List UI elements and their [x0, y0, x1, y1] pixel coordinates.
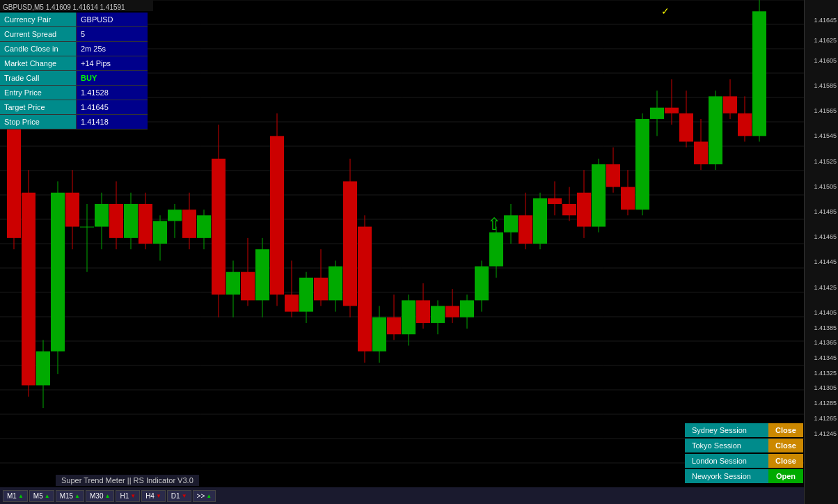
session-status: Close [768, 423, 803, 437]
info-row: Entry Price 1.41528 [0, 86, 148, 100]
session-row: London Session Close [685, 454, 803, 468]
bottom-bar: M1▲M5▲M15▲M30▲H1▼H4▼D1▼>>▲ [0, 487, 804, 504]
price-tick: 1.41645 [814, 17, 837, 24]
session-status: Close [768, 454, 803, 468]
info-value: +14 Pips [77, 56, 148, 70]
title-bar: GBPUSD,M5 1.41609 1.41614 1.41591 1.4159… [0, 0, 153, 11]
price-tick: 1.41345 [814, 354, 837, 361]
price-tick: 1.41245 [814, 430, 837, 437]
buy-arrow-icon: ⇧ [487, 214, 501, 234]
session-name: Newyork Session [685, 469, 768, 483]
session-row: Tokyo Session Close [685, 439, 803, 452]
price-tick: 1.41505 [814, 183, 837, 190]
info-row: Candle Close in 2m 25s [0, 42, 148, 56]
timeframe-arrow-icon: ▼ [156, 493, 161, 499]
timeframe-arrow-icon: ▲ [74, 493, 80, 499]
checkmark-icon: ✓ [661, 6, 670, 17]
price-tick: 1.41465 [814, 233, 837, 240]
timeframe-button[interactable]: >>▲ [193, 490, 216, 502]
timeframe-label: M5 [33, 492, 43, 500]
timeframe-button[interactable]: M1▲ [3, 490, 28, 502]
session-panel: Sydney Session Close Tokyo Session Close… [685, 423, 803, 483]
price-tick: 1.41285 [814, 400, 837, 407]
timeframe-label: H4 [145, 492, 155, 500]
timeframe-label: M15 [60, 492, 73, 500]
timeframe-label: D1 [171, 492, 180, 500]
info-label: Currency Pair [0, 13, 77, 26]
price-tick: 1.41445 [814, 258, 837, 265]
info-value: 1.41528 [77, 86, 148, 100]
price-tick: 1.41525 [814, 158, 837, 165]
timeframe-arrow-icon: ▼ [130, 493, 136, 499]
price-tick: 1.41425 [814, 284, 837, 291]
price-tick: 1.41365 [814, 339, 837, 346]
info-label: Trade Call [0, 71, 77, 85]
session-status: Open [768, 469, 803, 483]
info-value: 5 [77, 27, 148, 41]
timeframe-label: >> [197, 492, 205, 500]
info-label: Current Spread [0, 27, 77, 41]
info-value: 1.41645 [77, 100, 148, 114]
info-value: 1.41418 [77, 115, 148, 129]
info-label: Candle Close in [0, 42, 77, 56]
info-value: BUY [77, 71, 148, 85]
info-value: GBPUSD [77, 13, 148, 26]
session-name: Tokyo Session [685, 439, 768, 452]
info-row: Current Spread 5 [0, 27, 148, 42]
info-panel: Currency Pair GBPUSD Current Spread 5 Ca… [0, 13, 148, 129]
timeframe-arrow-icon: ▼ [182, 493, 187, 499]
price-tick: 1.41385 [814, 324, 837, 331]
price-scale: 1.416451.416251.416051.415851.415651.415… [804, 0, 838, 504]
timeframe-button[interactable]: M15▲ [56, 490, 84, 502]
price-tick: 1.41585 [814, 82, 837, 89]
timeframe-label: H1 [120, 492, 129, 500]
info-label: Entry Price [0, 86, 77, 100]
indicator-label: Super Trend Meter || RS Indicator V3.0 [56, 475, 199, 486]
price-tick: 1.41545 [814, 132, 837, 139]
timeframe-arrow-icon: ▲ [18, 493, 24, 499]
timeframe-button[interactable]: D1▼ [167, 490, 191, 502]
info-value: 2m 25s [77, 42, 148, 56]
price-tick: 1.41305 [814, 384, 837, 391]
info-row: Currency Pair GBPUSD [0, 13, 148, 27]
session-row: Newyork Session Open [685, 469, 803, 483]
price-tick: 1.41605 [814, 57, 837, 64]
session-name: Sydney Session [685, 423, 768, 437]
price-tick: 1.41565 [814, 107, 837, 114]
info-row: Trade Call BUY [0, 71, 148, 86]
timeframe-button[interactable]: M30▲ [86, 490, 114, 502]
timeframe-button[interactable]: H4▼ [141, 490, 166, 502]
price-tick: 1.41265 [814, 415, 837, 422]
price-tick: 1.41625 [814, 37, 837, 44]
session-row: Sydney Session Close [685, 423, 803, 437]
price-tick: 1.41325 [814, 370, 837, 377]
timeframe-label: M30 [90, 492, 103, 500]
info-row: Stop Price 1.41418 [0, 115, 148, 129]
timeframe-arrow-icon: ▲ [45, 493, 50, 499]
session-name: London Session [685, 454, 768, 468]
info-row: Target Price 1.41645 [0, 100, 148, 115]
info-row: Market Change +14 Pips [0, 56, 148, 71]
timeframe-button[interactable]: H1▼ [116, 490, 140, 502]
timeframe-label: M1 [7, 492, 17, 500]
timeframe-button[interactable]: M5▲ [29, 490, 54, 502]
session-status: Close [768, 439, 803, 452]
info-label: Stop Price [0, 115, 77, 129]
timeframe-arrow-icon: ▲ [104, 493, 110, 499]
info-label: Target Price [0, 100, 77, 114]
info-label: Market Change [0, 56, 77, 70]
timeframe-arrow-icon: ▲ [206, 493, 212, 499]
price-tick: 1.41405 [814, 309, 837, 316]
price-tick: 1.41485 [814, 208, 837, 215]
